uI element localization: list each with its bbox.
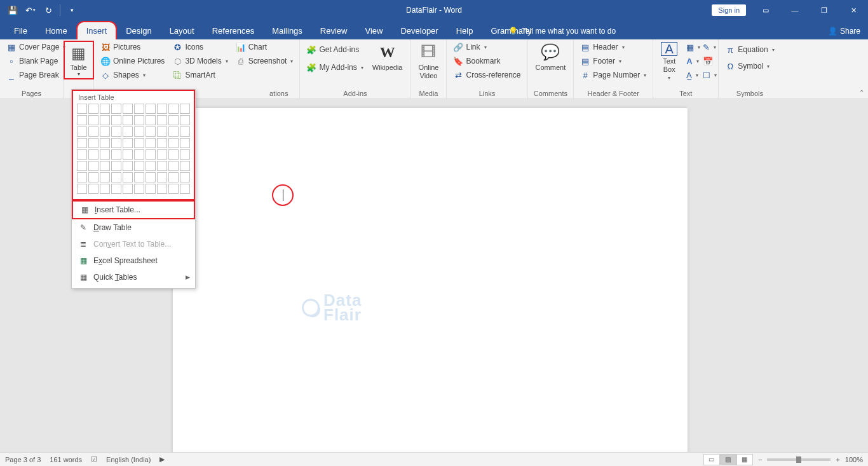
grid-cell[interactable] [111, 184, 121, 194]
grid-cell[interactable] [157, 161, 167, 171]
save-icon[interactable]: 💾 [5, 3, 20, 18]
grid-cell[interactable] [100, 184, 110, 194]
grid-cell[interactable] [111, 138, 121, 148]
grid-cell[interactable] [168, 104, 179, 114]
ribbon-display-button[interactable]: ▭ [751, 0, 780, 20]
screenshot-button[interactable]: ⎙Screenshot▾ [233, 55, 296, 67]
table-size-grid[interactable] [77, 104, 190, 194]
my-addins-button[interactable]: 🧩My Add-ins▾ [304, 61, 365, 74]
grid-cell[interactable] [180, 104, 190, 114]
tab-mailings[interactable]: Mailings [263, 22, 311, 39]
grid-cell[interactable] [134, 161, 144, 171]
pictures-button[interactable]: 🖼Pictures [98, 41, 167, 53]
grid-cell[interactable] [146, 104, 156, 114]
tell-me-search[interactable]: 💡 Tell me what you want to do [508, 23, 616, 39]
tab-review[interactable]: Review [311, 22, 356, 39]
wikipedia-button[interactable]: W Wikipedia [369, 41, 407, 73]
grid-cell[interactable] [123, 172, 133, 182]
minimize-button[interactable]: — [780, 0, 810, 20]
grid-cell[interactable] [157, 138, 167, 148]
grid-cell[interactable] [100, 104, 110, 114]
grid-cell[interactable] [123, 127, 133, 137]
tab-insert[interactable]: Insert [76, 21, 118, 39]
grid-cell[interactable] [111, 127, 121, 137]
grid-cell[interactable] [146, 115, 156, 125]
grid-cell[interactable] [88, 149, 98, 160]
grid-cell[interactable] [123, 138, 133, 148]
tab-home[interactable]: Home [36, 22, 76, 39]
grid-cell[interactable] [168, 172, 179, 182]
grid-cell[interactable] [146, 184, 156, 194]
grid-cell[interactable] [180, 161, 190, 171]
sign-in-button[interactable]: Sign in [712, 4, 746, 16]
zoom-out-button[interactable]: − [758, 456, 762, 463]
grid-cell[interactable] [180, 149, 190, 160]
grid-cell[interactable] [77, 127, 87, 137]
grid-cell[interactable] [123, 161, 133, 171]
footer-button[interactable]: ▤Footer▾ [578, 55, 649, 67]
grid-cell[interactable] [168, 161, 179, 171]
3d-models-button[interactable]: ⬡3D Models▾ [170, 55, 230, 67]
grid-cell[interactable] [168, 138, 179, 148]
page-number-button[interactable]: #Page Number▾ [578, 69, 649, 81]
tab-design[interactable]: Design [117, 22, 160, 39]
shapes-button[interactable]: ◇Shapes▾ [98, 69, 167, 81]
grid-cell[interactable] [134, 115, 144, 125]
grid-cell[interactable] [157, 127, 167, 137]
insert-table-item[interactable]: ▦Insert Table... [73, 202, 194, 218]
grid-cell[interactable] [157, 184, 167, 194]
header-button[interactable]: ▤Header▾ [578, 41, 649, 53]
icons-button[interactable]: ✪Icons [170, 41, 230, 53]
grid-cell[interactable] [77, 138, 87, 148]
grid-cell[interactable] [88, 184, 98, 194]
grid-cell[interactable] [88, 127, 98, 137]
grid-cell[interactable] [111, 149, 121, 160]
signature-button[interactable]: ✎▾ [700, 41, 714, 53]
grid-cell[interactable] [168, 184, 179, 194]
grid-cell[interactable] [180, 184, 190, 194]
cross-ref-button[interactable]: ⇄Cross-reference [451, 69, 523, 81]
grid-cell[interactable] [157, 172, 167, 182]
grid-cell[interactable] [77, 115, 87, 125]
grid-cell[interactable] [88, 104, 98, 114]
draw-table-item[interactable]: ✎Draw Table [72, 219, 195, 236]
symbol-button[interactable]: ΩSymbol▾ [722, 60, 776, 72]
grid-cell[interactable] [77, 172, 87, 182]
grid-cell[interactable] [88, 172, 98, 182]
redo-button[interactable]: ↻ [41, 3, 56, 18]
bookmark-button[interactable]: 🔖Bookmark [451, 55, 523, 67]
grid-cell[interactable] [100, 149, 110, 160]
grid-cell[interactable] [157, 104, 167, 114]
grid-cell[interactable] [180, 172, 190, 182]
grid-cell[interactable] [168, 115, 179, 125]
grid-cell[interactable] [123, 184, 133, 194]
maximize-button[interactable]: ❐ [810, 0, 839, 20]
grid-cell[interactable] [100, 127, 110, 137]
customize-qat-button[interactable]: ▾ [64, 3, 79, 18]
grid-cell[interactable] [134, 172, 144, 182]
macro-indicator[interactable]: ▶ [159, 455, 165, 463]
grid-cell[interactable] [100, 172, 110, 182]
tab-developer[interactable]: Developer [391, 22, 447, 39]
grid-cell[interactable] [123, 149, 133, 160]
grid-cell[interactable] [146, 138, 156, 148]
grid-cell[interactable] [100, 138, 110, 148]
page-break-button[interactable]: ⎯Page Break [4, 69, 68, 81]
grid-cell[interactable] [111, 115, 121, 125]
grid-cell[interactable] [77, 104, 87, 114]
tab-view[interactable]: View [356, 22, 391, 39]
online-pictures-button[interactable]: 🌐Online Pictures [98, 55, 167, 67]
web-layout-button[interactable]: ▦ [736, 454, 753, 465]
grid-cell[interactable] [88, 161, 98, 171]
grid-cell[interactable] [168, 127, 179, 137]
grid-cell[interactable] [157, 115, 167, 125]
grid-cell[interactable] [146, 172, 156, 182]
grid-cell[interactable] [180, 115, 190, 125]
comment-button[interactable]: 💬 Comment [532, 41, 570, 73]
link-button[interactable]: 🔗Link▾ [451, 41, 523, 53]
grid-cell[interactable] [134, 149, 144, 160]
page-indicator[interactable]: Page 3 of 3 [5, 456, 41, 463]
tab-layout[interactable]: Layout [161, 22, 203, 39]
grid-cell[interactable] [157, 149, 167, 160]
quickparts-button[interactable]: ▦▾ [684, 41, 698, 53]
